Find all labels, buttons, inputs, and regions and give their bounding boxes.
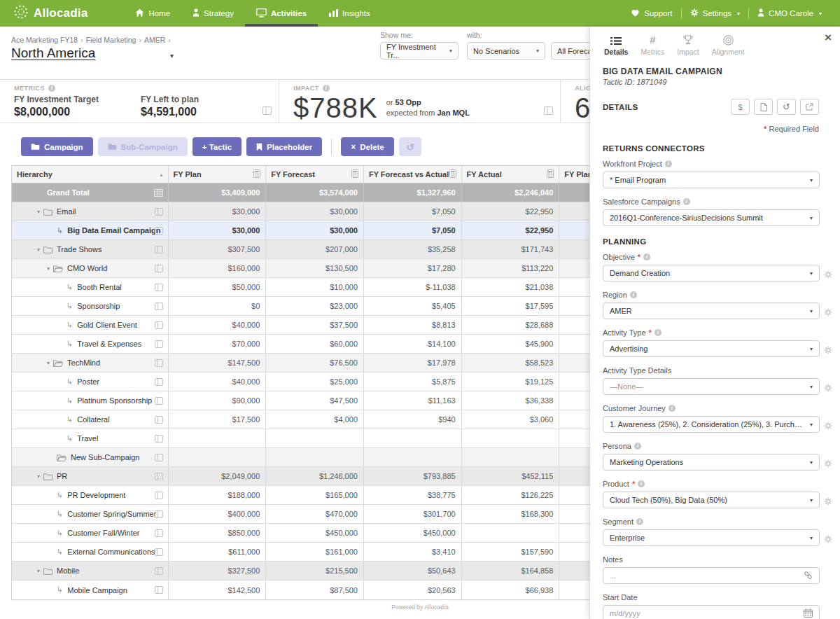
value-cell[interactable]: $22,950 bbox=[462, 202, 560, 221]
value-cell[interactable]: $470,000 bbox=[266, 505, 364, 523]
value-cell[interactable]: $130,500 bbox=[266, 259, 364, 277]
table-row[interactable]: Grand Total$3,409,000$3,574,000$1,327,96… bbox=[12, 183, 657, 202]
value-cell[interactable]: $327,500 bbox=[169, 562, 267, 580]
value-cell[interactable]: $161,000 bbox=[266, 543, 364, 561]
show-me-select[interactable]: FY Investment Tr...▾ bbox=[380, 42, 458, 60]
breadcrumb-item[interactable]: Field Marketing bbox=[86, 36, 136, 44]
value-cell[interactable] bbox=[364, 429, 462, 447]
value-cell[interactable]: $22,950 bbox=[462, 221, 560, 239]
brand[interactable]: Allocadia bbox=[0, 0, 104, 27]
grid-icon[interactable] bbox=[154, 189, 163, 198]
value-cell[interactable]: $2,049,000 bbox=[169, 467, 267, 485]
value-cell[interactable] bbox=[364, 448, 462, 466]
value-cell[interactable]: $19,125 bbox=[462, 373, 560, 391]
value-cell[interactable]: $35,258 bbox=[364, 240, 462, 258]
tab-impact[interactable]: Impact bbox=[676, 32, 701, 57]
expand-caret-icon[interactable]: ▾ bbox=[37, 246, 40, 253]
breadcrumb-item[interactable]: Ace Marketing FY18 bbox=[11, 36, 78, 44]
breakdown-icon[interactable] bbox=[155, 359, 163, 368]
table-row[interactable]: ▾CMO World$160,000$130,500$17,280$113,22… bbox=[12, 259, 657, 278]
title-dropdown-caret-icon[interactable]: ▾ bbox=[170, 52, 174, 60]
expand-caret-icon[interactable]: ▾ bbox=[47, 360, 50, 366]
value-cell[interactable]: $3,060 bbox=[462, 410, 560, 429]
nav-item-support[interactable]: Support bbox=[622, 9, 680, 18]
value-cell[interactable]: $87,500 bbox=[266, 580, 364, 599]
value-cell[interactable]: $30,000 bbox=[169, 221, 267, 239]
breakdown-icon[interactable] bbox=[155, 473, 163, 482]
calculator-icon[interactable] bbox=[449, 169, 456, 179]
table-row[interactable]: ↳PR Development$188,000$165,000$38,775$1… bbox=[12, 486, 657, 505]
sub-campaign-button[interactable]: Sub-Campaign bbox=[98, 137, 188, 156]
calendar-icon[interactable] bbox=[804, 608, 813, 619]
value-cell[interactable]: $38,775 bbox=[364, 486, 462, 504]
customer-journey-select[interactable]: 1. Awareness (25%), 2. Consideration (25… bbox=[603, 416, 820, 433]
value-cell[interactable]: $50,000 bbox=[169, 278, 267, 296]
column-header[interactable]: FY Forecast bbox=[266, 166, 364, 183]
value-cell[interactable]: $10,000 bbox=[266, 278, 364, 296]
value-cell[interactable]: $14,100 bbox=[364, 335, 462, 353]
nav-item-activities[interactable]: Activities bbox=[245, 0, 318, 27]
value-cell[interactable]: $126,225 bbox=[462, 486, 560, 504]
calculator-icon[interactable] bbox=[253, 169, 260, 179]
info-icon[interactable]: i bbox=[665, 160, 672, 167]
expand-impact-icon[interactable] bbox=[544, 105, 553, 118]
value-cell[interactable]: $188,000 bbox=[169, 486, 267, 504]
value-cell[interactable]: $165,000 bbox=[266, 486, 364, 504]
table-row[interactable]: ↳External Communications$611,000$161,000… bbox=[12, 543, 657, 562]
table-row[interactable]: ↳Mobile Campaign$142,500$87,500$20,563$6… bbox=[12, 580, 657, 599]
value-cell[interactable]: $142,500 bbox=[169, 580, 267, 599]
info-icon[interactable]: i bbox=[643, 253, 650, 260]
expand-caret-icon[interactable]: ▾ bbox=[47, 265, 50, 272]
tab-metrics[interactable]: # Metrics bbox=[639, 32, 666, 57]
value-cell[interactable]: $70,000 bbox=[169, 335, 267, 353]
value-cell[interactable]: $11,163 bbox=[364, 391, 462, 410]
breakdown-icon[interactable] bbox=[155, 321, 163, 331]
table-row[interactable]: ▾Email$30,000$30,000$7,050$22,950 bbox=[12, 202, 657, 221]
breakdown-icon[interactable] bbox=[155, 435, 163, 444]
table-row[interactable]: ↳Booth Rental$50,000$10,000$-11,038$21,0… bbox=[12, 278, 657, 297]
nav-item-home[interactable]: Home bbox=[124, 0, 181, 27]
breadcrumb-item[interactable]: AMER bbox=[144, 36, 165, 44]
value-cell[interactable]: $450,000 bbox=[364, 524, 462, 542]
value-cell[interactable]: $47,500 bbox=[266, 391, 364, 410]
value-cell[interactable]: $17,978 bbox=[364, 354, 462, 372]
field-gear-icon[interactable] bbox=[824, 420, 832, 433]
breakdown-icon[interactable] bbox=[155, 208, 163, 217]
activity-type-select[interactable]: Advertising▾ bbox=[603, 340, 820, 357]
field-gear-icon[interactable] bbox=[824, 496, 832, 508]
expand-caret-icon[interactable]: ▾ bbox=[37, 473, 40, 480]
value-cell[interactable] bbox=[266, 448, 364, 466]
field-gear-icon[interactable] bbox=[824, 307, 832, 319]
campaign-button[interactable]: Campaign bbox=[21, 137, 93, 156]
page-title[interactable]: North America bbox=[11, 46, 95, 61]
value-cell[interactable]: $450,000 bbox=[266, 524, 364, 542]
value-cell[interactable]: $147,500 bbox=[169, 354, 267, 372]
value-cell[interactable]: $40,000 bbox=[169, 373, 267, 391]
value-cell[interactable]: $4,000 bbox=[266, 410, 364, 429]
product-select[interactable]: Cloud Tech (50%), Big Data (50%)▾ bbox=[603, 492, 820, 508]
value-cell[interactable]: $1,246,000 bbox=[266, 467, 364, 485]
nav-item-insights[interactable]: Insights bbox=[318, 0, 382, 27]
value-cell[interactable] bbox=[462, 448, 560, 466]
value-cell[interactable]: $17,500 bbox=[169, 410, 267, 429]
expand-metrics-icon[interactable] bbox=[262, 105, 272, 118]
notes-input[interactable]: ... bbox=[603, 567, 820, 584]
breakdown-icon[interactable] bbox=[155, 302, 163, 312]
breakdown-icon[interactable] bbox=[155, 246, 163, 255]
value-cell[interactable]: $793,885 bbox=[364, 467, 462, 485]
value-cell[interactable]: $3,409,000 bbox=[169, 183, 267, 202]
column-header[interactable]: FY Forecast vs Actual bbox=[364, 166, 462, 183]
value-cell[interactable] bbox=[462, 524, 560, 542]
value-cell[interactable]: $76,500 bbox=[266, 354, 364, 372]
undo-button[interactable]: ↺ bbox=[399, 137, 421, 156]
value-cell[interactable]: $21,038 bbox=[462, 278, 560, 296]
table-row[interactable]: ↳Poster$40,000$25,000$5,875$19,125 bbox=[12, 373, 657, 391]
value-cell[interactable]: $45,900 bbox=[462, 335, 560, 353]
table-row[interactable]: ▾PR$2,049,000$1,246,000$793,885$452,115 bbox=[12, 467, 657, 486]
value-cell[interactable]: $215,500 bbox=[266, 562, 364, 580]
table-row[interactable]: ↳Collateral$17,500$4,000$940$3,060 bbox=[12, 410, 657, 429]
value-cell[interactable]: $20,563 bbox=[364, 580, 462, 599]
table-row[interactable]: New Sub-Campaign bbox=[12, 448, 657, 467]
value-cell[interactable]: $25,000 bbox=[266, 373, 364, 391]
info-icon[interactable]: i bbox=[323, 85, 330, 92]
